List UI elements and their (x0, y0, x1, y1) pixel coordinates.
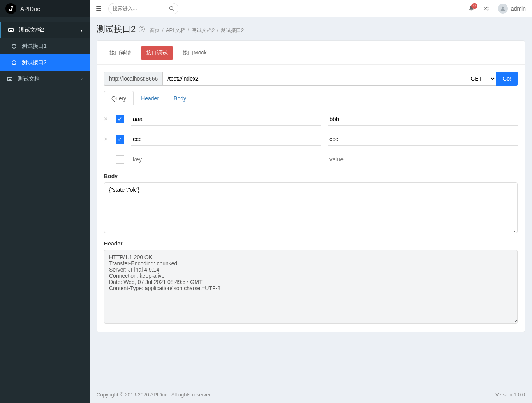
sidebar-item-iface1[interactable]: 测试接口1 (0, 38, 90, 54)
sidebar-item-label: 测试接口2 (22, 59, 47, 66)
param-key-input[interactable] (131, 133, 321, 146)
footer-version: Version 1.0.0 (495, 392, 525, 398)
notifications-button[interactable]: 0 (468, 5, 474, 12)
response-header-textarea[interactable] (104, 250, 518, 324)
svg-point-2 (502, 6, 504, 8)
chevron-down-icon: ▾ (81, 28, 83, 32)
svg-point-0 (170, 6, 173, 9)
sidebar-item-label: 测试文档2 (19, 26, 44, 33)
search-input[interactable] (108, 3, 178, 14)
tab-mock[interactable]: 接口Mock (177, 46, 212, 60)
dashboard-icon (8, 28, 14, 32)
param-value-input[interactable] (328, 153, 518, 166)
subtab-header[interactable]: Header (134, 91, 166, 105)
sidebar-menu: 测试文档2 ▾ 测试接口1 测试接口2 测试文档 ‹ (0, 17, 90, 87)
breadcrumb: 首页 / API 文档 / 测试文档2 / 测试接口2 (150, 27, 244, 34)
footer: Copyright © 2019-2020 APIDoc . All right… (90, 386, 532, 403)
menu-toggle-button[interactable]: ☰ (96, 5, 101, 12)
tab-debug[interactable]: 接口调试 (141, 46, 173, 60)
page-header: 测试接口2 ? 首页 / API 文档 / 测试文档2 / 测试接口2 (97, 23, 525, 35)
dashboard-icon (7, 77, 12, 81)
method-select[interactable]: GET (465, 72, 496, 86)
sidebar-item-doc2[interactable]: 测试文档2 ▾ (0, 22, 90, 38)
param-row: × ✓ (104, 112, 518, 126)
sidebar-item-label: 测试文档 (18, 75, 40, 82)
sidebar-header: J APIDoc (0, 0, 90, 17)
notifications-badge: 0 (471, 3, 477, 9)
footer-copyright: Copyright © 2019-2020 APIDoc . All right… (97, 392, 213, 398)
page-title-wrap: 测试接口2 ? (97, 23, 145, 35)
url-row: http://localhost:8666 GET Go! (104, 72, 518, 86)
go-button[interactable]: Go! (496, 72, 518, 86)
param-value-input[interactable] (328, 112, 518, 126)
param-value-input[interactable] (328, 133, 518, 146)
breadcrumb-home[interactable]: 首页 (150, 27, 160, 34)
sidebar-item-iface2[interactable]: 测试接口2 (0, 54, 90, 71)
shuffle-icon[interactable] (483, 5, 489, 12)
topbar: ☰ 0 admin (90, 0, 532, 17)
remove-row-button[interactable]: × (104, 116, 109, 123)
page-title: 测试接口2 (97, 23, 136, 35)
logo-icon: J (5, 3, 16, 14)
param-key-input[interactable] (131, 153, 321, 166)
remove-row-button[interactable]: × (104, 136, 109, 143)
subtab-query[interactable]: Query (104, 91, 134, 105)
param-row: × ✓ (104, 133, 518, 146)
header-section-label: Header (104, 240, 518, 247)
param-row: × (104, 153, 518, 166)
topbar-right: 0 admin (468, 4, 526, 14)
breadcrumb-api[interactable]: API 文档 (166, 27, 186, 34)
breadcrumb-doc2[interactable]: 测试文档2 (192, 27, 215, 34)
url-base-label: http://localhost:8666 (104, 72, 162, 86)
search-icon[interactable] (169, 6, 174, 11)
breadcrumb-iface2: 测试接口2 (221, 27, 244, 34)
param-checkbox[interactable]: ✓ (116, 115, 124, 123)
panel: 接口详情 接口调试 接口Mock http://localhost:8666 G… (97, 40, 525, 332)
search-wrap (108, 3, 178, 14)
url-path-input[interactable] (162, 72, 465, 86)
brand-name: APIDoc (20, 5, 40, 12)
avatar-icon (498, 4, 508, 14)
svg-line-1 (173, 9, 174, 10)
subtab-body[interactable]: Body (166, 91, 194, 105)
sidebar-item-doc[interactable]: 测试文档 ‹ (0, 71, 90, 87)
response-body-textarea[interactable] (104, 182, 518, 233)
body-section-label: Body (104, 173, 518, 179)
main-tabs: 接口详情 接口调试 接口Mock (97, 41, 525, 65)
param-checkbox[interactable]: ✓ (116, 135, 124, 144)
panel-body: http://localhost:8666 GET Go! Query Head… (97, 65, 525, 332)
user-menu[interactable]: admin (498, 4, 526, 14)
sidebar-item-label: 测试接口1 (22, 43, 47, 50)
tab-detail[interactable]: 接口详情 (104, 46, 137, 60)
param-key-input[interactable] (131, 112, 321, 126)
sidebar: J APIDoc 测试文档2 ▾ 测试接口1 测试接口2 测试文档 ‹ (0, 0, 90, 403)
content: 测试接口2 ? 首页 / API 文档 / 测试文档2 / 测试接口2 接口详情… (90, 17, 532, 386)
username-label: admin (511, 5, 526, 12)
param-tabs: Query Header Body (104, 91, 518, 105)
help-icon[interactable]: ? (139, 26, 145, 32)
circle-icon (12, 44, 16, 49)
circle-icon (12, 60, 16, 65)
param-checkbox[interactable] (116, 155, 124, 164)
chevron-left-icon: ‹ (81, 77, 83, 81)
main: ☰ 0 admin 测试接口2 (90, 0, 532, 403)
